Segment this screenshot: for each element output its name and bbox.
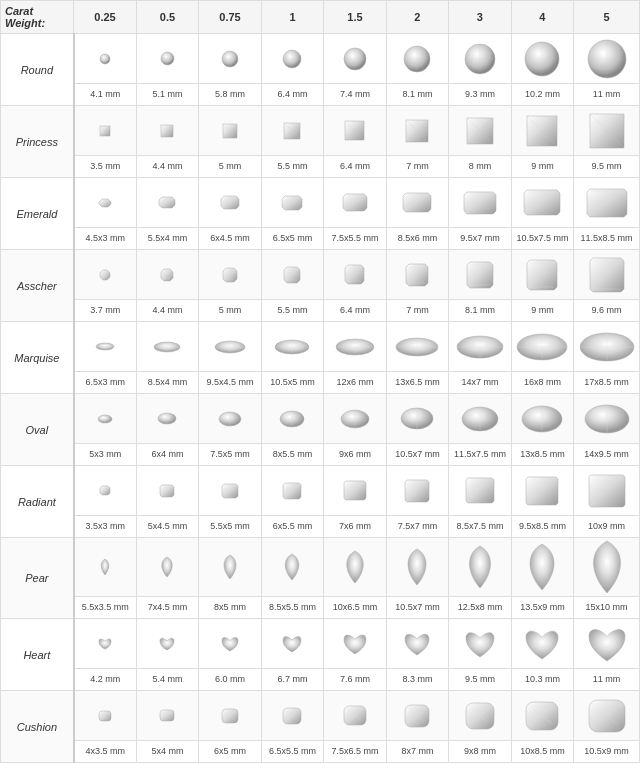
svg-marker-81 [100,270,110,280]
dim-cell-heart-5: 8.3 mm [386,669,448,691]
svg-marker-54 [99,199,111,207]
dim-cell-marquise-0: 6.5x3 mm [74,372,136,394]
shape-icon-row-radiant: Radiant [1,466,640,516]
shape-dim-row-asscher: 3.7 mm4.4 mm5 mm5.5 mm6.4 mm7 mm8.1 mm9 … [1,300,640,322]
shape-name-heart: Heart [1,619,74,691]
dim-cell-round-8: 11 mm [574,84,640,106]
shape-icon-radiant-0 [74,466,136,516]
shape-icon-cushion-6 [449,691,511,741]
dim-cell-oval-6: 11.5x7.5 mm [449,444,511,466]
dim-cell-emerald-3: 6.5x5 mm [261,228,323,250]
shape-icon-emerald-6 [449,178,511,228]
svg-marker-90 [284,267,300,283]
dim-cell-oval-0: 5x3 mm [74,444,136,466]
shape-dim-row-oval: 5x3 mm6x4 mm7.5x5 mm8x5.5 mm9x6 mm10.5x7… [1,444,640,466]
dim-cell-emerald-7: 10.5x7.5 mm [511,228,573,250]
shape-dim-row-radiant: 3.5x3 mm5x4.5 mm5.5x5 mm6x5.5 mm7x6 mm7.… [1,516,640,538]
dim-cell-pear-1: 7x4.5 mm [136,597,198,619]
shape-name-asscher: Asscher [1,250,74,322]
shape-dim-row-cushion: 4x3.5 mm5x4 mm6x5 mm6.5x5.5 mm7.5x6.5 mm… [1,741,640,763]
shape-icon-cushion-7 [511,691,573,741]
svg-marker-102 [527,260,557,290]
shape-icon-cushion-4 [324,691,386,741]
dim-cell-radiant-5: 7.5x7 mm [386,516,448,538]
svg-marker-66 [343,194,367,211]
svg-marker-72 [464,192,496,214]
dim-cell-marquise-7: 16x8 mm [511,372,573,394]
shape-icon-heart-2 [199,619,261,669]
dim-cell-heart-2: 6.0 mm [199,669,261,691]
dim-cell-cushion-1: 5x4 mm [136,741,198,763]
dim-cell-asscher-4: 6.4 mm [324,300,386,322]
shape-name-round: Round [1,34,74,106]
dim-cell-oval-1: 6x4 mm [136,444,198,466]
shape-icon-cushion-8 [574,691,640,741]
dim-cell-pear-7: 13.5x9 mm [511,597,573,619]
shape-icon-pear-3 [261,538,323,597]
dim-cell-asscher-3: 5.5 mm [261,300,323,322]
dim-cell-marquise-6: 14x7 mm [449,372,511,394]
dim-cell-radiant-0: 3.5x3 mm [74,516,136,538]
dim-cell-cushion-6: 9x8 mm [449,741,511,763]
dim-cell-pear-5: 10.5x7 mm [386,597,448,619]
shape-icon-cushion-5 [386,691,448,741]
shape-icon-asscher-6 [449,250,511,300]
dim-cell-heart-3: 6.7 mm [261,669,323,691]
dim-cell-pear-8: 15x10 mm [574,597,640,619]
shape-icon-oval-0 [74,394,136,444]
col-5: 5 [574,1,640,34]
dim-cell-radiant-3: 6x5.5 mm [261,516,323,538]
svg-marker-87 [223,268,237,282]
shape-name-princess: Princess [1,106,74,178]
dim-cell-emerald-5: 8.5x6 mm [386,228,448,250]
shape-icon-oval-7 [511,394,573,444]
shape-dim-row-heart: 4.2 mm5.4 mm6.0 mm6.7 mm7.6 mm8.3 mm9.5 … [1,669,640,691]
shape-icon-emerald-8 [574,178,640,228]
shape-icon-radiant-2 [199,466,261,516]
svg-marker-165 [466,478,494,503]
col-4: 4 [511,1,573,34]
dim-cell-princess-7: 9 mm [511,156,573,178]
col-2: 2 [386,1,448,34]
shape-icon-asscher-2 [199,250,261,300]
shape-dim-row-marquise: 6.5x3 mm8.5x4 mm9.5x4.5 mm10.5x5 mm12x6 … [1,372,640,394]
svg-marker-105 [590,258,624,292]
dim-cell-round-4: 7.4 mm [324,84,386,106]
dim-cell-round-2: 5.8 mm [199,84,261,106]
dim-cell-heart-1: 5.4 mm [136,669,198,691]
dim-cell-asscher-7: 9 mm [511,300,573,322]
shape-name-marquise: Marquise [1,322,74,394]
dim-cell-princess-0: 3.5 mm [74,156,136,178]
col-3: 3 [449,1,511,34]
shape-icon-heart-4 [324,619,386,669]
dim-cell-emerald-0: 4.5x3 mm [74,228,136,250]
dim-cell-emerald-6: 9.5x7 mm [449,228,511,250]
dim-cell-round-0: 4.1 mm [74,84,136,106]
svg-marker-159 [283,483,301,499]
dim-cell-radiant-4: 7x6 mm [324,516,386,538]
dim-cell-radiant-8: 10x9 mm [574,516,640,538]
dim-cell-oval-7: 13x8.5 mm [511,444,573,466]
dim-cell-asscher-2: 5 mm [199,300,261,322]
col-15: 1.5 [324,1,386,34]
dim-cell-radiant-2: 5.5x5 mm [199,516,261,538]
shape-icon-emerald-7 [511,178,573,228]
shape-icon-row-princess: Princess [1,106,640,156]
dim-cell-heart-7: 10.3 mm [511,669,573,691]
dim-cell-oval-4: 9x6 mm [324,444,386,466]
svg-marker-157 [222,484,238,498]
dim-cell-asscher-1: 4.4 mm [136,300,198,322]
dim-cell-cushion-5: 8x7 mm [386,741,448,763]
shape-icon-pear-0 [74,538,136,597]
dim-cell-radiant-6: 8.5x7.5 mm [449,516,511,538]
shape-icon-emerald-5 [386,178,448,228]
shape-icon-princess-4 [324,106,386,156]
column-headers: Carat Weight: 0.25 0.5 0.75 1 1.5 2 3 4 … [1,1,640,34]
shape-icon-round-7 [511,34,573,84]
dim-cell-marquise-2: 9.5x4.5 mm [199,372,261,394]
shape-icon-radiant-6 [449,466,511,516]
dim-cell-round-7: 10.2 mm [511,84,573,106]
shape-icon-round-0 [74,34,136,84]
shape-icon-oval-2 [199,394,261,444]
shape-icon-asscher-0 [74,250,136,300]
